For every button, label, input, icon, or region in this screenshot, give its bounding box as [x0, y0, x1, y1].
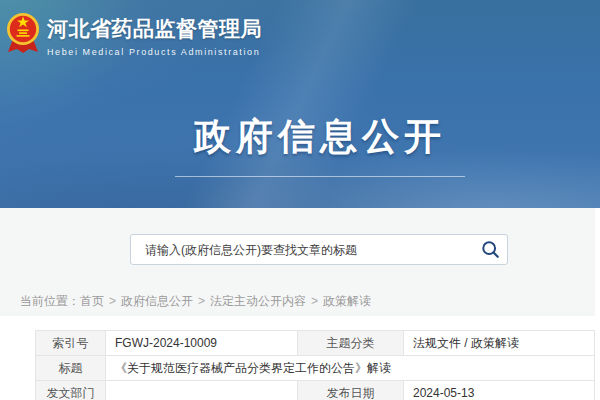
breadcrumb-item-info-disclosure[interactable]: 政府信息公开 — [121, 294, 193, 308]
site-header: 河北省药品监督管理局 Hebei Medical Products Admini… — [0, 0, 600, 208]
search-button[interactable] — [473, 235, 507, 264]
search-icon — [481, 240, 500, 259]
subject-category-value: 法规文件 / 政策解读 — [404, 331, 595, 356]
site-logo[interactable]: 河北省药品监督管理局 Hebei Medical Products Admini… — [6, 10, 262, 57]
subject-category-label: 主题分类 — [298, 331, 404, 356]
breadcrumb-item-home[interactable]: 首页 — [80, 294, 104, 308]
index-number-value: FGWJ-2024-10009 — [106, 331, 298, 356]
national-emblem-icon — [6, 10, 40, 56]
breadcrumb-separator: > — [198, 294, 205, 308]
breadcrumb-item-policy-interpretation[interactable]: 政策解读 — [323, 294, 371, 308]
document-info-table: 索引号 FGWJ-2024-10009 主题分类 法规文件 / 政策解读 标题 … — [35, 330, 595, 400]
search-box — [130, 234, 508, 265]
issuing-department-value — [106, 381, 298, 400]
title-label: 标题 — [36, 356, 106, 381]
index-number-label: 索引号 — [36, 331, 106, 356]
breadcrumb-separator: > — [109, 294, 116, 308]
breadcrumb-separator: > — [311, 294, 318, 308]
search-input[interactable] — [131, 243, 473, 257]
org-names: 河北省药品监督管理局 Hebei Medical Products Admini… — [47, 10, 262, 57]
page: 河北省药品监督管理局 Hebei Medical Products Admini… — [0, 0, 600, 400]
org-name-zh: 河北省药品监督管理局 — [47, 15, 262, 43]
banner: 政府信息公开 — [40, 112, 600, 177]
breadcrumb-item-statutory-content[interactable]: 法定主动公开内容 — [210, 294, 306, 308]
publish-date-label: 发布日期 — [298, 381, 404, 400]
search-section: 当前位置：首页>政府信息公开>法定主动公开内容>政策解读 — [0, 208, 595, 316]
banner-underline — [175, 176, 465, 177]
org-name-en: Hebei Medical Products Administration — [47, 47, 262, 57]
banner-title: 政府信息公开 — [40, 112, 600, 162]
breadcrumb-prefix: 当前位置： — [20, 294, 80, 308]
issuing-department-label: 发文部门 — [36, 381, 106, 400]
breadcrumb: 当前位置：首页>政府信息公开>法定主动公开内容>政策解读 — [20, 293, 371, 310]
publish-date-value: 2024-05-13 — [404, 381, 595, 400]
title-value[interactable]: 《关于规范医疗器械产品分类界定工作的公告》解读 — [106, 356, 595, 381]
